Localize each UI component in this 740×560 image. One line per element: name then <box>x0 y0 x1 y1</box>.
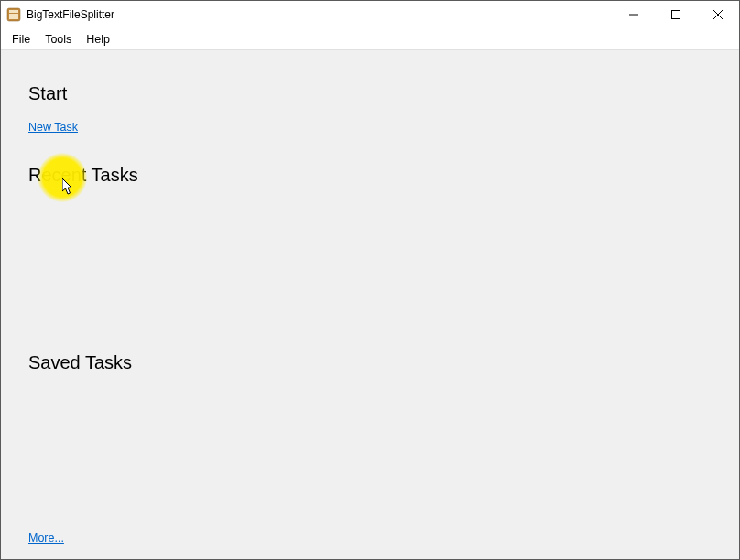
menu-help[interactable]: Help <box>79 31 117 48</box>
menu-file[interactable]: File <box>5 31 38 48</box>
more-link[interactable]: More... <box>28 532 64 544</box>
heading-recent: Recent Tasks <box>28 165 712 186</box>
app-window: BigTextFileSplitter File Tools Help Star… <box>0 0 740 560</box>
close-button[interactable] <box>697 1 739 28</box>
window-title: BigTextFileSplitter <box>27 8 613 21</box>
menu-tools[interactable]: Tools <box>38 31 79 48</box>
minimize-button[interactable] <box>613 1 655 28</box>
window-controls <box>613 1 739 28</box>
content-area: Start New Task Recent Tasks Saved Tasks … <box>1 50 739 559</box>
new-task-link[interactable]: New Task <box>28 121 712 134</box>
svg-rect-1 <box>9 10 18 13</box>
svg-rect-2 <box>9 14 18 19</box>
svg-rect-4 <box>672 11 680 19</box>
app-icon <box>6 7 21 22</box>
maximize-button[interactable] <box>655 1 697 28</box>
heading-start: Start <box>28 83 712 104</box>
menubar: File Tools Help <box>1 28 739 50</box>
titlebar: BigTextFileSplitter <box>1 1 739 28</box>
heading-saved: Saved Tasks <box>28 352 712 373</box>
